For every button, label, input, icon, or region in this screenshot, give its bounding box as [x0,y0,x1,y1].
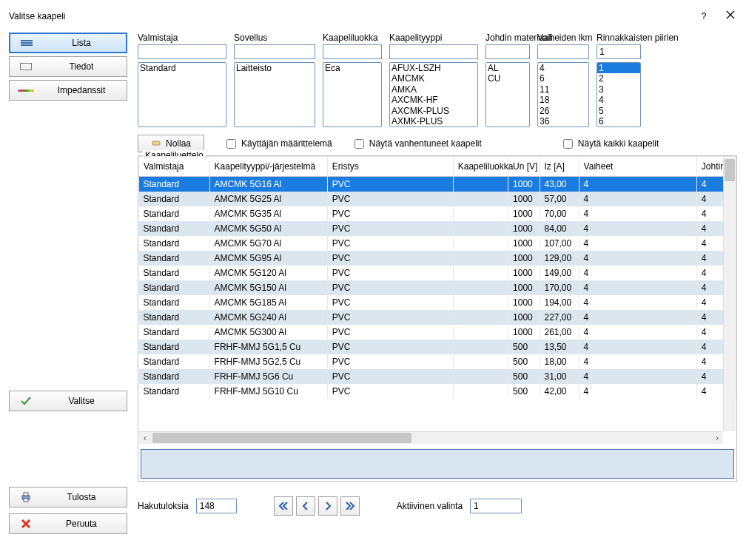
table-row[interactable]: StandardFRHF-MMJ 5G6 CuPVC50031,0044 [139,369,736,384]
table-row[interactable]: StandardAMCMK 5G300 AlPVC1000261,0044 [139,325,736,340]
check-obsolete[interactable]: Näytä vanhentuneet kaapelit [352,137,482,151]
help-button[interactable]: ? [697,10,710,23]
svg-rect-1 [24,493,28,496]
table-row[interactable]: StandardAMCMK 5G50 AlPVC100084,0044 [139,221,736,236]
reset-label: Nollaa [166,138,191,149]
vertical-scrollbar[interactable] [723,158,736,431]
table-row[interactable]: StandardAMCMK 5G70 AlPVC1000107,0044 [139,236,736,251]
close-button[interactable] [724,10,737,23]
col-insulation[interactable]: Eristys [327,157,453,177]
nav-info-button[interactable]: Tiedot [9,56,127,77]
status-row: Hakutuloksia Aktiivinen valinta [138,496,737,516]
filter-application-input[interactable] [234,44,315,59]
scroll-right-icon[interactable]: › [711,432,723,444]
filter-conductor-label: Johdin materiaali [485,33,530,43]
select-button[interactable]: Valitse [9,391,127,411]
check-obsolete-box[interactable] [354,139,364,149]
titlebar: Valitse kaapeli ? [9,6,737,27]
nav-list-button[interactable]: Lista [9,33,127,53]
col-iz[interactable]: Iz [A] [540,157,579,177]
filter-conductor-input[interactable] [485,44,530,59]
filter-phases-input[interactable] [537,44,589,59]
next-page-button[interactable] [318,496,337,516]
cable-list-fieldset: Kaapeliluettelo Valmistaja Kaapelityyppi… [138,155,737,482]
cable-table: Valmistaja Kaapelityyppi/-järjestelmä Er… [138,156,736,445]
active-selection[interactable] [470,499,522,513]
window-title: Valitse kaapeli [9,11,66,21]
printer-icon [16,491,36,503]
cancel-icon [16,519,36,529]
svg-rect-3 [152,141,160,145]
table-row[interactable]: StandardFRHF-MMJ 5G2,5 CuPVC50018,0044 [139,354,736,369]
filter-parallel-input[interactable] [597,44,641,59]
check-icon [16,395,36,407]
prev-page-button[interactable] [296,496,315,516]
filter-parallel-label: Rinnakkaisten piirien [597,33,641,43]
nav-list-label: Lista [43,38,120,48]
horizontal-scrollbar[interactable]: ‹ › [139,431,723,444]
filter-manufacturer-input[interactable] [138,44,226,59]
table-row[interactable]: StandardFRHF-MMJ 5G10 CuPVC50042,0044 [139,384,736,399]
filter-phases-label: Vaiheiden lkm [537,33,589,43]
list-icon [16,40,37,46]
filter-application-list[interactable]: Laitteisto [234,62,315,127]
cancel-button[interactable]: Peruuta [9,513,127,534]
table-row[interactable]: StandardAMCMK 5G150 AlPVC1000170,0044 [139,280,736,295]
filter-manufacturer-label: Valmistaja [138,33,226,43]
info-icon [16,63,36,70]
check-showall[interactable]: Näytä kaikki kaapelit [560,137,659,151]
col-cableclass[interactable]: Kaapeliluokka [453,157,508,177]
check-showall-box[interactable] [563,139,573,149]
col-cabletype[interactable]: Kaapelityyppi/-järjestelmä [209,157,327,177]
info-panel [141,449,734,479]
filter-cableclass-input[interactable] [323,44,382,59]
results-label: Hakutuloksia [138,501,189,511]
filter-conductor-list[interactable]: ALCU [485,62,530,127]
table-row[interactable]: StandardFRHF-MMJ 5G1,5 CuPVC50013,5044 [139,340,736,354]
filter-row: Valmistaja Standard Sovellus Laitteisto … [138,33,737,127]
last-page-button[interactable] [340,496,360,516]
nav-impedances-label: Impedanssit [42,85,121,95]
col-un[interactable]: Un [V] [508,157,540,177]
filter-cabletype-list[interactable]: AFUX-LSZHAMCMKAMKAAXCMK-HFAXCMK-PLUSAXMK… [389,62,478,127]
table-row[interactable]: StandardAMCMK 5G185 AlPVC1000194,0044 [139,295,736,310]
check-userdefined[interactable]: Käyttäjän määrittelemä [224,137,332,151]
filter-cableclass-label: Kaapeliluokka [323,33,382,43]
table-row[interactable]: StandardAMCMK 5G120 AlPVC1000149,0044 [139,266,736,280]
first-page-button[interactable] [274,496,293,516]
filter-manufacturer-list[interactable]: Standard [138,62,226,127]
select-label: Valitse [42,396,121,406]
sidebar: Lista Tiedot Impedanssit Valitse Tulosta… [9,33,127,516]
table-row[interactable]: StandardAMCMK 5G16 AlPVC100043,0044 [139,177,736,192]
table-row[interactable]: StandardAMCMK 5G25 AlPVC100057,0044 [139,192,736,206]
table-row[interactable]: StandardAMCMK 5G95 AlPVC1000129,0044 [139,251,736,266]
col-manufacturer[interactable]: Valmistaja [139,157,210,177]
filter-application-label: Sovellus [234,33,315,43]
print-button[interactable]: Tulosta [9,487,127,507]
eraser-icon [151,138,161,150]
results-count[interactable] [196,499,237,513]
filter-cableclass-list[interactable]: Eca [323,62,382,127]
nav-impedances-button[interactable]: Impedanssit [9,80,127,101]
col-phases[interactable]: Vaiheet [579,157,696,177]
filter-cabletype-label: Kaapelityyppi [389,33,478,43]
svg-rect-2 [24,499,28,502]
table-row[interactable]: StandardAMCMK 5G35 AlPVC100070,0044 [139,206,736,221]
nav-info-label: Tiedot [42,61,121,72]
table-header-row: Valmistaja Kaapelityyppi/-järjestelmä Er… [139,157,736,177]
cancel-label: Peruuta [42,519,121,529]
impedances-icon [16,90,36,92]
check-userdefined-box[interactable] [226,139,236,149]
scroll-left-icon[interactable]: ‹ [139,432,151,444]
table-row[interactable]: StandardAMCMK 5G240 AlPVC1000227,0044 [139,310,736,325]
filter-phases-list[interactable]: 4611182636 [537,62,589,127]
filter-cabletype-input[interactable] [389,44,478,59]
print-label: Tulosta [42,492,121,502]
filter-parallel-list[interactable]: 1234567 [597,62,641,127]
active-label: Aktiivinen valinta [397,501,463,511]
